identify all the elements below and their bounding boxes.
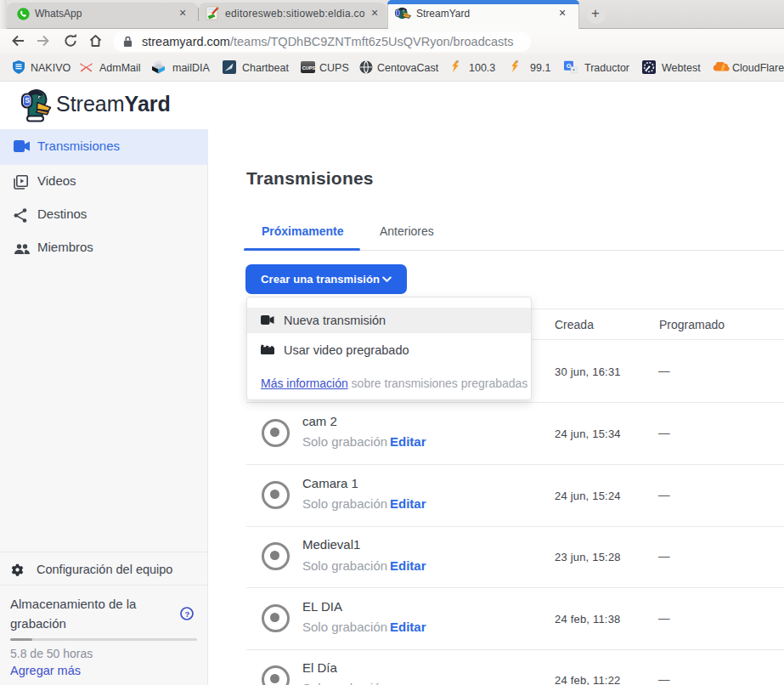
svg-text:×: × bbox=[572, 67, 576, 72]
svg-text:?: ? bbox=[184, 609, 189, 619]
svg-text:S: S bbox=[25, 96, 30, 105]
svg-text:CUPS: CUPS bbox=[302, 65, 316, 71]
